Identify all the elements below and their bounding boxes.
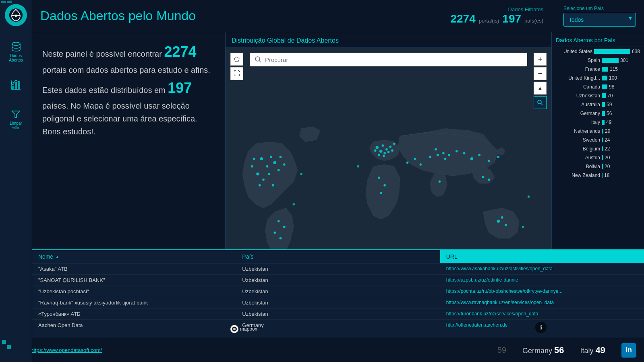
filtered-data-label: Dados Filtratos bbox=[508, 6, 543, 12]
linkedin-button[interactable]: in bbox=[621, 343, 636, 358]
cell-url[interactable]: https://www.ravnaqbank.uz/en/services/op… bbox=[440, 297, 644, 308]
svg-point-74 bbox=[233, 328, 236, 330]
col-nome-label: Nome bbox=[38, 253, 53, 260]
country-bar-wrapper: 100 bbox=[602, 75, 640, 81]
country-row[interactable]: Sweden 24 bbox=[552, 136, 644, 144]
country-row[interactable]: Italy 49 bbox=[552, 118, 644, 127]
svg-point-70 bbox=[528, 195, 530, 198]
cell-name: «Туронбанк» АТБ bbox=[32, 309, 236, 319]
country-count: 100 bbox=[609, 75, 617, 81]
fullscreen-button[interactable]: ⛶ bbox=[230, 67, 243, 80]
locate-button[interactable]: ▲ bbox=[534, 82, 547, 95]
table-row: "Ravnaq-bank" xususiy aksiyadorlik tijor… bbox=[32, 297, 644, 309]
country-row[interactable]: Uzbekistan 70 bbox=[552, 91, 644, 100]
svg-point-18 bbox=[273, 161, 277, 164]
cell-country: Uzbekistan bbox=[236, 275, 440, 286]
country-name: Sweden bbox=[556, 137, 600, 143]
country-bar bbox=[602, 129, 603, 134]
country-count: 98 bbox=[609, 84, 614, 90]
url-link[interactable]: https://pochta.uz/ru/ob-obshchestve/otkr… bbox=[446, 288, 563, 294]
svg-point-62 bbox=[439, 180, 441, 183]
table-row: "SANOAT QURILISH BANK" Uzbekistan https:… bbox=[32, 275, 644, 286]
map-controls-right: + − ▲ bbox=[534, 53, 547, 109]
country-row[interactable]: Australia 59 bbox=[552, 100, 644, 109]
country-row[interactable]: New Zealand 18 bbox=[552, 171, 644, 180]
page-title: Dados Abertos pelo Mundo bbox=[40, 8, 450, 23]
fonte-link[interactable]: https://www.opendatasoft.com/ bbox=[31, 347, 102, 353]
table-body[interactable]: "Asaka" ATB Uzbekistan https://www.asaka… bbox=[32, 263, 644, 335]
map-info-button[interactable]: ℹ bbox=[535, 322, 547, 333]
svg-point-32 bbox=[389, 146, 391, 148]
country-name: Australia bbox=[556, 102, 600, 107]
map-search-button[interactable] bbox=[534, 96, 547, 109]
cell-url[interactable]: https://turonbank.uz/oz/services/open_da… bbox=[440, 309, 644, 319]
country-name: United Kingd... bbox=[556, 75, 600, 81]
country-bar-wrapper: 20 bbox=[602, 164, 640, 169]
country-bar bbox=[602, 58, 619, 63]
url-link[interactable]: https://uzpsb.uz/uz/otkritie-dannie bbox=[446, 277, 518, 283]
country-row[interactable]: Germany 56 bbox=[552, 109, 644, 118]
country-name: France bbox=[556, 66, 600, 72]
zoom-in-button[interactable]: + bbox=[534, 53, 547, 66]
svg-point-29 bbox=[382, 144, 384, 147]
country-row[interactable]: Spain 301 bbox=[552, 56, 644, 65]
country-bar-wrapper: 301 bbox=[602, 58, 640, 63]
url-link[interactable]: http://offenedaten.aachen.de bbox=[446, 322, 508, 328]
url-link[interactable]: https://www.asakabank.uz/uz/activities/o… bbox=[446, 266, 553, 272]
country-row[interactable]: Netherlands 29 bbox=[552, 127, 644, 136]
country-row[interactable]: Bolivia 20 bbox=[552, 162, 644, 171]
country-bar-wrapper: 49 bbox=[602, 119, 640, 125]
svg-point-56 bbox=[378, 177, 380, 179]
table-header: Nome ▲ País URL bbox=[32, 250, 644, 263]
svg-point-71 bbox=[522, 226, 524, 228]
svg-point-53 bbox=[283, 226, 286, 228]
sidebar-item-dados-abertos[interactable]: Dados Abertos bbox=[7, 39, 25, 64]
sidebar-item-chart[interactable] bbox=[8, 77, 24, 94]
search-input[interactable] bbox=[265, 56, 522, 63]
country-row[interactable]: United Kingd... 100 bbox=[552, 74, 644, 82]
cell-url[interactable]: https://uzpsb.uz/uz/otkritie-dannie bbox=[440, 275, 644, 286]
country-name: Italy bbox=[556, 119, 600, 125]
mapbox-logo: mapbox bbox=[230, 325, 257, 333]
country-count: 56 bbox=[607, 111, 612, 116]
polygon-select-button[interactable]: ⬠ bbox=[230, 53, 243, 66]
table-row: "Asaka" ATB Uzbekistan https://www.asaka… bbox=[32, 263, 644, 275]
country-row[interactable]: United States 638 bbox=[552, 47, 644, 56]
svg-point-57 bbox=[383, 184, 386, 187]
country-select[interactable]: Todos United States Spain France Germany… bbox=[563, 13, 636, 27]
sidebar-item-filter[interactable]: Limpar Filtro bbox=[8, 107, 24, 132]
sidebar-item-label-dados: Dados Abertos bbox=[9, 53, 23, 62]
svg-point-59 bbox=[497, 220, 500, 223]
url-link[interactable]: https://www.ravnaqbank.uz/en/services/op… bbox=[446, 300, 554, 305]
svg-point-61 bbox=[501, 216, 503, 219]
country-count: 638 bbox=[632, 49, 640, 54]
cell-url[interactable]: https://pochta.uz/ru/ob-obshchestve/otkr… bbox=[440, 286, 644, 297]
linkedin-icon: in bbox=[625, 346, 632, 354]
sidebar: Dados Abertos Limpar Filtro bbox=[0, 0, 32, 362]
country-bar-wrapper: 22 bbox=[602, 146, 640, 152]
country-row[interactable]: France 115 bbox=[552, 65, 644, 74]
portals-unit: portal(is) bbox=[479, 18, 499, 24]
cell-name: "Asaka" ATB bbox=[32, 263, 236, 274]
country-bar bbox=[602, 67, 608, 72]
table-row: Aachen Open Data Germany http://offeneda… bbox=[32, 320, 644, 331]
mapbox-label: mapbox bbox=[240, 326, 257, 332]
map-search-bar[interactable] bbox=[250, 53, 527, 66]
header: Dados Abertos pelo Mundo Dados Filtratos… bbox=[32, 0, 644, 32]
app-logo[interactable] bbox=[5, 4, 27, 26]
country-name: Uzbekistan bbox=[556, 93, 600, 99]
footer-stat-59: 59 bbox=[497, 346, 506, 355]
svg-point-7 bbox=[14, 80, 17, 83]
country-select-wrapper: Selecione um País Todos United States Sp… bbox=[563, 6, 636, 27]
country-count: 20 bbox=[605, 164, 610, 169]
country-bar-wrapper: 638 bbox=[594, 49, 640, 54]
country-row[interactable]: Belgium 22 bbox=[552, 144, 644, 153]
country-row[interactable]: Canada 98 bbox=[552, 82, 644, 91]
url-link[interactable]: https://turonbank.uz/oz/services/open_da… bbox=[446, 311, 538, 317]
cell-url[interactable]: https://www.asakabank.uz/uz/activities/o… bbox=[440, 263, 644, 274]
cell-name: "SANOAT QURILISH BANK" bbox=[32, 275, 236, 286]
country-row[interactable]: Austria 20 bbox=[552, 153, 644, 162]
zoom-out-button[interactable]: − bbox=[534, 67, 547, 80]
svg-point-65 bbox=[406, 161, 409, 164]
svg-point-47 bbox=[470, 157, 474, 160]
